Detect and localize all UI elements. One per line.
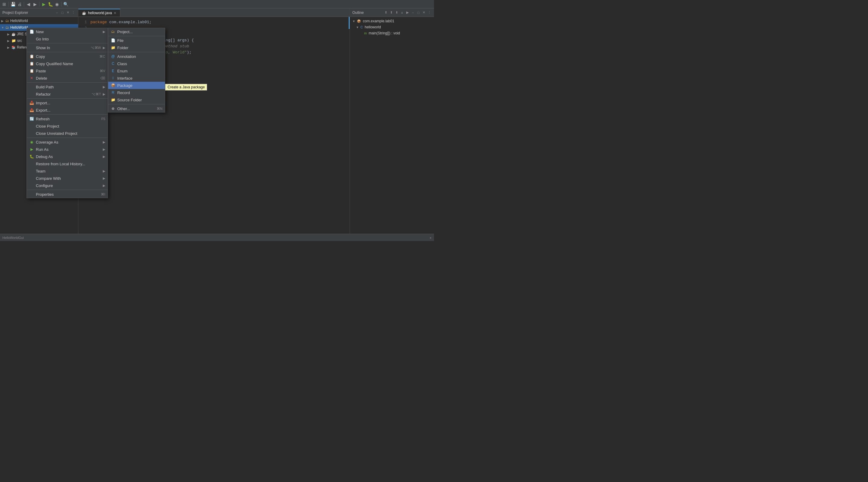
menu-label-refactor: Refactor [36, 92, 90, 96]
menu-item-refactor[interactable]: Refactor ⌥⌘T ▶ [27, 90, 107, 98]
menu-item-go-into[interactable]: Go Into [27, 35, 107, 42]
outline-item-package[interactable]: ▼ 📦 com.example.lab01 [351, 18, 433, 24]
menu-item-delete[interactable]: ✕ Delete ⌫ [27, 75, 107, 82]
submenu-class-icon: C [111, 61, 116, 66]
compare-with-arrow: ▶ [103, 176, 105, 180]
panel-maximize-icon[interactable]: □ [60, 10, 65, 15]
menu-item-close-project[interactable]: Close Project [27, 122, 107, 130]
submenu-item-class[interactable]: C Class [108, 60, 165, 67]
menu-item-compare-with[interactable]: Compare With ▶ [27, 175, 107, 182]
menu-item-team[interactable]: Team ▶ [27, 167, 107, 175]
submenu-item-record[interactable]: R Record [108, 89, 165, 96]
reflibs-icon: 📚 [11, 46, 16, 50]
outline-arrow-class: ▼ [356, 26, 360, 29]
outline-menu[interactable]: ⋮ [427, 10, 432, 15]
toolbar-sep-1 [8, 2, 9, 7]
submenu-item-other[interactable]: ⊕ Other... ⌘N [108, 105, 165, 112]
tab-bar: ☕ helloworld.java ✕ [79, 8, 350, 17]
submenu-package-icon: 📦 [111, 83, 116, 88]
toolbar-icon-back[interactable]: ◀ [25, 1, 31, 7]
copy-shortcut: ⌘C [99, 55, 105, 58]
submenu-item-source-folder[interactable]: 📁 Source Folder [108, 96, 165, 104]
menu-item-import[interactable]: 📥 Import... [27, 99, 107, 107]
toolbar-icon-print[interactable]: 🖨 [17, 1, 23, 7]
panel-menu-icon[interactable]: ⋮ [71, 10, 76, 15]
menu-label-delete: Delete [36, 76, 98, 81]
submenu-label-folder: Folder [117, 46, 162, 50]
submenu-item-folder[interactable]: 📁 Folder [108, 44, 165, 51]
menu-label-close-project: Close Project [36, 124, 105, 129]
submenu-sep-2 [108, 52, 165, 52]
toolbar-icon-save[interactable]: 💾 [10, 1, 16, 7]
menu-item-run-as[interactable]: ▶ Run As ▶ [27, 146, 107, 153]
menu-item-build-path[interactable]: Build Path ▶ [27, 83, 107, 90]
menu-item-restore[interactable]: Restore from Local History... [27, 160, 107, 167]
panel-minimize-icon[interactable]: − [55, 10, 59, 15]
outline-icon-2[interactable]: ⬆ [389, 10, 394, 15]
menu-item-properties[interactable]: Properties ⌘I [27, 191, 107, 198]
submenu-item-interface[interactable]: I Interface [108, 75, 165, 82]
outline-icon-3[interactable]: ⬇ [394, 10, 399, 15]
submenu-item-package[interactable]: 📦 Package [108, 82, 165, 89]
menu-item-paste[interactable]: 📋 Paste ⌘V [27, 67, 107, 75]
outline-icon-4[interactable]: ≡ [400, 10, 404, 15]
menu-item-close-unrelated[interactable]: Close Unrelated Project [27, 130, 107, 137]
menu-label-new: New [36, 30, 101, 34]
tab-close-button[interactable]: ✕ [114, 11, 116, 15]
src-icon: 📁 [11, 38, 16, 43]
tree-arrow-helloworld: ▶ [1, 19, 5, 23]
menu-label-debug-as: Debug As [36, 154, 101, 159]
outline-package-icon: 📦 [357, 19, 361, 23]
menu-item-configure[interactable]: Configure ▶ [27, 182, 107, 189]
tree-item-helloworld-collapsed[interactable]: ▶ 🗂 HelloWorld [0, 18, 78, 24]
panel-header-icons: − □ ✕ ⋮ [55, 10, 76, 15]
outline-maximize[interactable]: □ [416, 10, 421, 15]
menu-item-debug-as[interactable]: 🐛 Debug As ▶ [27, 153, 107, 160]
outline-close[interactable]: ✕ [421, 10, 426, 15]
menu-item-coverage-as[interactable]: ◉ Coverage As ▶ [27, 138, 107, 146]
tab-helloworld[interactable]: ☕ helloworld.java ✕ [79, 9, 120, 17]
project-icon-exp: 🗂 [5, 25, 9, 30]
outline-icon-1[interactable]: ⬆ [383, 10, 388, 15]
tab-label: helloworld.java [88, 11, 112, 15]
outline-item-method[interactable]: m main(String[]) : void [351, 30, 433, 36]
outline-minimize[interactable]: − [410, 10, 415, 15]
outline-arrow-pkg: ▼ [352, 20, 356, 23]
outline-method-icon: m [364, 31, 367, 35]
toolbar-icon-new[interactable]: ⊞ [1, 1, 7, 7]
close-project-icon [29, 124, 34, 129]
toolbar-icon-run[interactable]: ▶ [41, 1, 47, 7]
toolbar-icon-coverage[interactable]: ◉ [54, 1, 60, 7]
menu-item-new[interactable]: 📄 New ▶ [27, 28, 107, 35]
submenu-item-file[interactable]: 📄 File [108, 37, 165, 44]
menu-label-copy: Copy [36, 54, 98, 59]
delete-icon: ✕ [29, 76, 34, 81]
menu-label-export: Export... [36, 108, 105, 113]
submenu-item-enum[interactable]: E Enum [108, 67, 165, 75]
code-line-1: 1 package com.example.lab01; [79, 19, 350, 25]
show-in-arrow: ▶ [103, 46, 105, 50]
toolbar-icon-search[interactable]: 🔍 [63, 1, 69, 7]
debug-as-icon: 🐛 [29, 154, 34, 159]
menu-sep-1 [27, 43, 107, 44]
menu-item-refresh[interactable]: 🔄 Refresh F5 [27, 115, 107, 122]
toolbar-icon-debug[interactable]: 🐛 [47, 1, 53, 7]
toolbar-sep-3 [39, 2, 39, 7]
menu-item-copy[interactable]: 📋 Copy ⌘C [27, 53, 107, 60]
panel-close-icon[interactable]: ✕ [65, 10, 70, 15]
submenu-item-annotation[interactable]: @ Annotation [108, 53, 165, 60]
coverage-as-arrow: ▶ [103, 140, 105, 144]
menu-item-export[interactable]: 📤 Export... [27, 107, 107, 114]
team-arrow: ▶ [103, 169, 105, 173]
toolbar-icon-forward[interactable]: ▶ [32, 1, 38, 7]
menu-item-show-in[interactable]: Show In ⌥⌘W ▶ [27, 44, 107, 51]
submenu-source-folder-icon: 📁 [111, 97, 116, 102]
menu-item-copy-qualified[interactable]: 📋 Copy Qualified Name [27, 60, 107, 67]
tree-arrow-reflibs: ▶ [7, 46, 11, 49]
tooltip-create-package: Create a Java package [165, 84, 207, 90]
scrollbar-thumb[interactable] [349, 17, 350, 29]
outline-icon-5[interactable]: ▶ [405, 10, 410, 15]
compare-with-icon [29, 176, 34, 181]
outline-item-class[interactable]: ▼ C helloworld [351, 24, 433, 30]
submenu-item-project[interactable]: 🗂 Project... [108, 28, 165, 35]
